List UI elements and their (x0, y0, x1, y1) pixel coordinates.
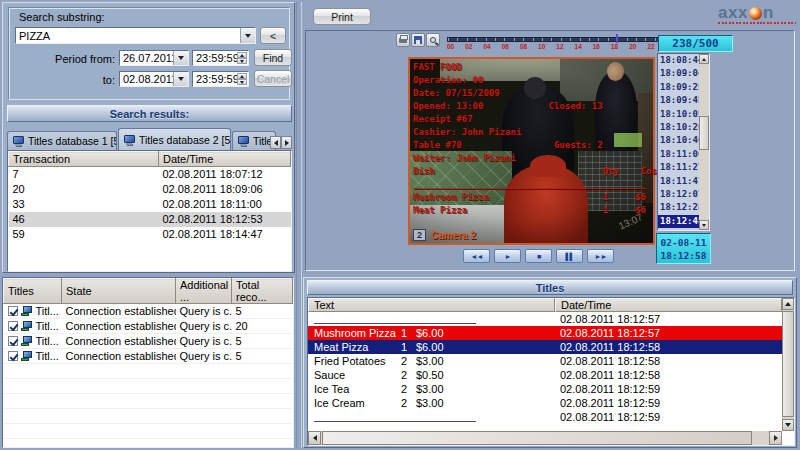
scroll-down-icon[interactable] (782, 419, 794, 431)
back-button[interactable]: < (260, 27, 286, 44)
save-button[interactable] (411, 33, 425, 47)
timestamp-scrollbar[interactable] (699, 54, 709, 230)
timeline-ruler[interactable]: 0002 0406 0810 1214 1618 2022 24 (447, 34, 673, 51)
scroll-thumb[interactable] (782, 311, 794, 417)
logo-eye-icon (749, 7, 762, 20)
frame-counter: 238/500 (658, 35, 733, 52)
from-time-spin-buttons[interactable] (237, 52, 247, 64)
find-button[interactable]: Find (254, 49, 292, 66)
scroll-down-icon[interactable] (699, 220, 709, 230)
period-to-label: to: (31, 74, 115, 86)
connection-row[interactable]: Titl... Connection establishedQuery is c… (4, 304, 293, 319)
transaction-row[interactable]: 5902.08.2011 18:14:47 (9, 227, 291, 242)
connection-row[interactable]: Titl... Connection establishedQuery is c… (4, 319, 293, 334)
scroll-thumb[interactable] (322, 431, 752, 445)
titles-checkbox[interactable] (8, 336, 18, 346)
titles-header-label: Titles (536, 282, 565, 294)
connection-row[interactable]: Titl... Connection establishedQuery is c… (4, 334, 293, 349)
col-header-text[interactable]: Text (308, 298, 555, 312)
axxon-logo: axx n (718, 5, 796, 29)
print-button[interactable]: Print (313, 8, 371, 25)
from-time-spinner[interactable]: 23:59:59 (192, 50, 249, 66)
play-button[interactable]: ► (494, 249, 521, 263)
tab-label: Titles database 1 [5] (28, 135, 117, 147)
snapshot-print-button[interactable] (396, 33, 410, 47)
playback-datetime-display: 02-08-11 18:12:58 (656, 233, 711, 264)
video-frame[interactable]: FAST FOOD Operation: 00 Date: 07/15/2009… (408, 57, 655, 245)
connections-section: Titles State Additional ... Total reco..… (2, 277, 294, 448)
connection-row[interactable]: Titl... Connection establishedQuery is c… (4, 349, 293, 364)
logo-text-left: axx (718, 5, 748, 21)
timeline-position-marker[interactable] (616, 34, 618, 43)
title-row[interactable]: 02.08.2011 18:12:57 (308, 312, 782, 326)
stop-button[interactable]: ■ (525, 249, 552, 263)
transaction-row[interactable]: 702.08.2011 18:07:12 (9, 167, 291, 182)
titles-vertical-scrollbar[interactable] (782, 298, 794, 431)
search-dropdown-icon[interactable] (240, 28, 255, 43)
transaction-row[interactable]: 2002.08.2011 18:09:06 (9, 182, 291, 197)
title-row-highlight-red[interactable]: Mushroom Pizza1 $6.0002.08.2011 18:12:57 (308, 326, 782, 340)
tabs-scroll-left-button[interactable] (270, 136, 281, 149)
rewind-button[interactable]: ◄◄ (463, 249, 490, 263)
title-row[interactable]: Ice Tea2 $3.0002.08.2011 18:12:59 (308, 382, 782, 396)
title-row[interactable]: Fried Potatoes2 $3.0002.08.2011 18:12:58 (308, 354, 782, 368)
scroll-up-icon[interactable] (782, 298, 794, 310)
col-header-transaction[interactable]: Transaction (9, 152, 159, 167)
titles-checkbox[interactable] (8, 306, 18, 316)
col-header-state[interactable]: State (62, 279, 176, 304)
forward-button[interactable]: ►► (587, 249, 614, 263)
title-row[interactable]: Sauce2 $0.5002.08.2011 18:12:58 (308, 368, 782, 382)
titles-horizontal-scrollbar[interactable] (308, 431, 782, 445)
to-time-spinner[interactable]: 23:59:59 (192, 71, 249, 87)
period-from-label: Period from: (31, 53, 115, 65)
title-row[interactable]: 02.08.2011 18:12:59 (308, 410, 782, 424)
col-header-datetime[interactable]: Date/Time (159, 152, 291, 167)
tabs-scroll-right-button[interactable] (281, 136, 292, 149)
titles-header: Titles (307, 280, 793, 295)
titles-section: Titles Text Date/Time 02.08.2011 18:12:5… (303, 277, 797, 448)
cancel-button-label: Cancel (257, 73, 290, 85)
scroll-up-icon[interactable] (699, 54, 709, 64)
titles-db-icon (21, 351, 33, 361)
timeline-bar[interactable] (447, 37, 673, 42)
tab-label: Titles database 2 [5] (139, 134, 231, 146)
col-header-titles-datetime[interactable]: Date/Time (555, 298, 782, 312)
pause-button[interactable]: ▌▌ (556, 249, 583, 263)
scroll-left-icon[interactable] (308, 431, 321, 445)
from-date-dropdown-icon[interactable] (173, 51, 188, 65)
database-monitor-icon (124, 135, 135, 143)
title-row-highlight-blue[interactable]: Meat Pizza1 $6.0002.08.2011 18:12:58 (308, 340, 782, 354)
col-header-titles[interactable]: Titles (4, 279, 62, 304)
scroll-right-icon[interactable] (769, 431, 782, 445)
to-date-picker[interactable]: 02.08.2011 (119, 71, 189, 87)
tab-titles-database-1[interactable]: Titles database 1 [5] (7, 131, 117, 150)
title-row[interactable]: Ice Cream2 $3.0002.08.2011 18:12:59 (308, 396, 782, 410)
titles-checkbox[interactable] (8, 321, 18, 331)
titles-db-icon (21, 306, 33, 316)
col-header-additional[interactable]: Additional ... (176, 279, 232, 304)
titles-db-icon (21, 336, 33, 346)
transaction-row-selected[interactable]: 4602.08.2011 18:12:53 (9, 212, 291, 227)
find-button-label: Find (263, 52, 283, 64)
back-button-label: < (270, 30, 276, 42)
col-header-total[interactable]: Total reco... (232, 279, 293, 304)
forward-icon: ►► (595, 253, 607, 260)
transaction-row[interactable]: 3302.08.2011 18:11:00 (9, 197, 291, 212)
search-input[interactable]: PIZZA (15, 27, 256, 44)
tab-titles-database-2[interactable]: Titles database 2 [5] (118, 128, 231, 150)
receipt-separator-line (314, 315, 476, 324)
cancel-button[interactable]: Cancel (254, 70, 292, 87)
from-date-picker[interactable]: 26.07.2011 (119, 50, 189, 66)
scroll-thumb[interactable] (699, 116, 709, 150)
logo-text-right: n (763, 5, 774, 21)
pause-icon: ▌▌ (566, 253, 574, 260)
results-tabs: Titles database 1 [5] Titles database 2 … (7, 127, 292, 150)
database-monitor-icon (238, 136, 249, 144)
to-time-spin-buttons[interactable] (237, 73, 247, 85)
zoom-button[interactable] (426, 33, 440, 47)
stop-icon: ■ (537, 253, 540, 260)
vertical-splitter[interactable] (296, 2, 302, 448)
save-disk-icon (414, 36, 422, 44)
to-date-dropdown-icon[interactable] (173, 72, 188, 86)
titles-checkbox[interactable] (8, 351, 18, 361)
